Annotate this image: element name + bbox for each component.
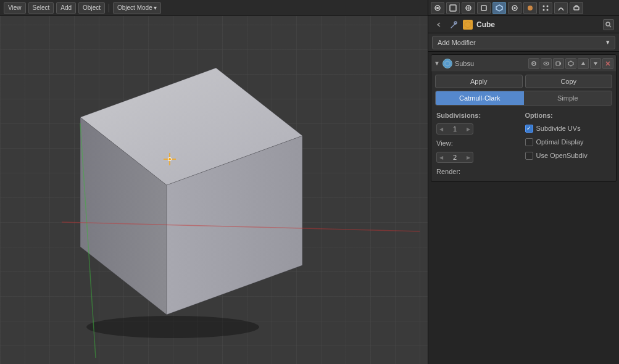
svg-point-38	[546, 62, 547, 64]
object-name-label: Cube	[476, 20, 495, 29]
catmull-clark-tab[interactable]: Catmull-Clark	[436, 91, 524, 105]
modifier-toolbar	[528, 58, 613, 69]
render-field-row: ◀ 2 ▶	[436, 151, 523, 164]
svg-point-36	[533, 63, 534, 64]
svg-rect-17	[450, 5, 456, 11]
svg-marker-41	[568, 61, 573, 66]
object-menu-btn[interactable]: Object	[78, 2, 105, 14]
svg-marker-34	[445, 61, 450, 66]
use-opensubdiv-checkbox[interactable]	[525, 152, 533, 160]
add-modifier-label: Add Modifier	[438, 39, 476, 46]
dropdown-arrow-icon: ▾	[606, 38, 610, 46]
in-editmode-toggle[interactable]	[553, 58, 564, 69]
optimal-display-checkbox[interactable]	[525, 138, 533, 146]
toolbar-separator	[109, 4, 109, 12]
header-icons	[603, 19, 614, 30]
crosshair-cursor	[164, 153, 176, 165]
options-grid: Subdivisions: ◀ 1 ▶ View: ◀ 2	[431, 108, 616, 181]
render-increment-icon[interactable]: ▶	[467, 155, 470, 160]
use-opensubdiv-label: Use OpenSubdiv	[536, 152, 588, 159]
cube-object	[37, 37, 315, 345]
modifier-name[interactable]: Subsu	[455, 60, 526, 67]
svg-rect-29	[574, 7, 579, 10]
view-label-row: View:	[436, 136, 523, 150]
constraints-icon[interactable]	[570, 2, 583, 14]
view-label: View:	[436, 139, 467, 147]
viewport-toolbar: View Select Add Object Object Mode ▾	[0, 0, 428, 16]
subdivisions-col: Subdivisions: ◀ 1 ▶ View: ◀ 2	[435, 110, 524, 179]
particles-icon[interactable]	[539, 2, 552, 14]
view-increment-icon[interactable]: ▶	[467, 126, 470, 132]
view-menu-btn[interactable]: View	[4, 2, 26, 14]
svg-marker-31	[465, 22, 471, 28]
modifier-header: ▼ Subsu	[431, 55, 616, 72]
add-modifier-row: Add Modifier ▾	[428, 33, 619, 52]
subdivide-uvs-row: ✓ Subdivide UVs	[525, 122, 612, 135]
scene-icon[interactable]	[446, 2, 460, 14]
copy-button[interactable]: Copy	[525, 75, 613, 88]
material-icon[interactable]	[523, 2, 537, 14]
object-header: Cube	[428, 16, 619, 33]
panel-icon-bar	[428, 0, 619, 16]
back-btn[interactable]	[433, 19, 444, 30]
algorithm-tabs: Catmull-Clark Simple	[435, 91, 612, 105]
modifier-type-icon	[442, 59, 452, 68]
simple-tab[interactable]: Simple	[524, 91, 612, 105]
physics-icon[interactable]	[554, 2, 568, 14]
apply-copy-row: Apply Copy	[431, 72, 616, 91]
modifier-card: ▼ Subsu	[431, 54, 617, 182]
options-label: Options:	[525, 110, 612, 122]
realtime-toggle[interactable]	[528, 58, 539, 69]
move-up-btn[interactable]	[578, 58, 589, 69]
view-value: 1	[443, 125, 467, 133]
object-type-icon	[463, 20, 473, 30]
wrench-icon	[448, 19, 459, 30]
apply-button[interactable]: Apply	[435, 75, 523, 88]
render-field[interactable]: ◀ 2 ▶	[436, 152, 473, 163]
modifier-icon[interactable]	[492, 2, 506, 14]
svg-point-14	[169, 159, 170, 160]
mode-selector[interactable]: Object Mode ▾	[113, 2, 161, 14]
render-icon[interactable]	[431, 2, 444, 14]
svg-point-16	[436, 7, 439, 9]
object-icon[interactable]	[477, 2, 491, 14]
search-icon-btn[interactable]	[603, 19, 614, 30]
modifier-collapse-arrow[interactable]: ▼	[434, 60, 440, 67]
subdivide-uvs-checkbox[interactable]: ✓	[525, 125, 533, 133]
move-down-btn[interactable]	[590, 58, 601, 69]
add-modifier-dropdown[interactable]: Add Modifier ▾	[432, 36, 615, 49]
svg-point-26	[547, 5, 549, 7]
render-label: Render:	[436, 168, 467, 175]
delete-modifier-btn[interactable]	[602, 58, 613, 69]
options-section: Options: ✓ Subdivide UVs Optimal Display…	[524, 110, 613, 179]
svg-point-24	[528, 6, 533, 10]
svg-point-25	[543, 5, 545, 7]
on-cage-toggle[interactable]	[565, 58, 576, 69]
subdivisions-label: Subdivisions:	[436, 110, 523, 122]
data-icon[interactable]	[508, 2, 521, 14]
subdivide-uvs-label: Subdivide UVs	[536, 125, 581, 132]
svg-point-0	[86, 316, 259, 338]
render-value: 2	[443, 154, 467, 161]
svg-line-33	[610, 25, 612, 27]
svg-marker-22	[496, 5, 502, 11]
svg-point-28	[547, 9, 549, 10]
select-menu-btn[interactable]: Select	[28, 2, 54, 14]
svg-point-32	[606, 22, 610, 26]
view-field[interactable]: ◀ 1 ▶	[436, 123, 473, 134]
render-visibility-toggle[interactable]	[541, 58, 552, 69]
svg-point-27	[543, 9, 545, 10]
use-opensubdiv-row: Use OpenSubdiv	[525, 149, 612, 162]
properties-panel: Cube Add Modifier ▾ ▼ Subsu	[428, 0, 619, 364]
3d-viewport[interactable]: View Select Add Object Object Mode ▾	[0, 0, 428, 364]
view-field-row: ◀ 1 ▶	[436, 122, 523, 136]
svg-rect-39	[556, 62, 560, 65]
world-icon[interactable]	[462, 2, 475, 14]
svg-rect-21	[481, 6, 486, 10]
optimal-display-row: Optimal Display	[525, 135, 612, 149]
add-menu-btn[interactable]: Add	[56, 2, 76, 14]
optimal-display-label: Optimal Display	[536, 138, 584, 146]
render-label-row: Render:	[436, 165, 523, 178]
